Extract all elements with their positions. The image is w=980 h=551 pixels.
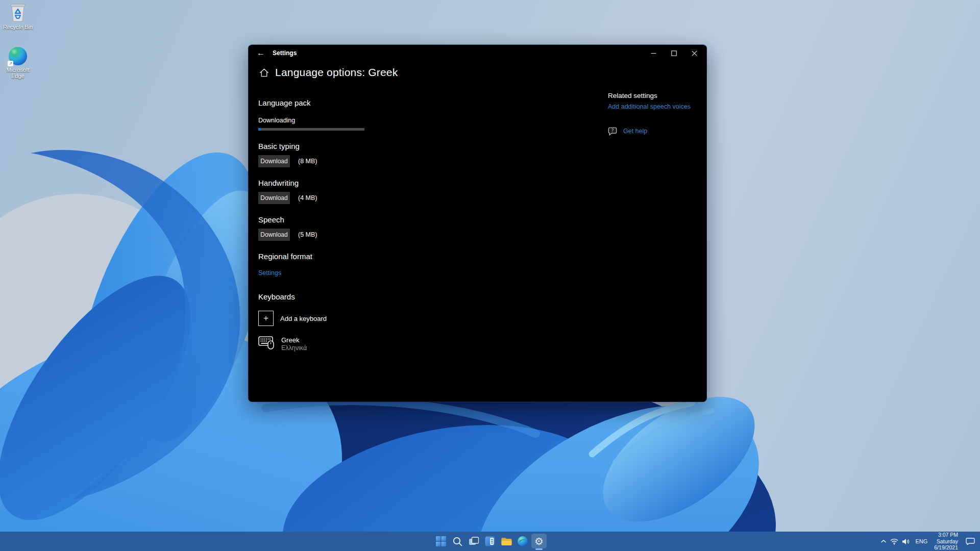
desktop-icon-recycle-bin[interactable]: Recycle Bin xyxy=(1,3,35,31)
start-icon xyxy=(435,536,447,547)
wifi-icon xyxy=(890,538,898,545)
edge-icon xyxy=(517,536,528,547)
keyboards-heading: Keyboards xyxy=(258,292,295,301)
window-titlebar: ← Settings xyxy=(249,45,706,61)
start-button[interactable] xyxy=(433,533,449,550)
notification-bubble-icon xyxy=(966,538,975,545)
basic-typing-row: Download (8 MB) xyxy=(258,155,317,167)
volume-button[interactable] xyxy=(902,538,910,545)
minimize-icon xyxy=(651,51,656,56)
recycle-bin-icon xyxy=(9,3,27,22)
regional-format-heading: Regional format xyxy=(258,252,312,261)
speaker-icon xyxy=(902,538,910,545)
settings-button[interactable]: ⚙ xyxy=(531,533,547,550)
back-arrow-icon: ← xyxy=(257,48,265,58)
search-button[interactable] xyxy=(449,533,465,550)
page-title: Language options: Greek xyxy=(275,66,398,79)
settings-window: ← Settings La xyxy=(248,44,707,402)
close-icon xyxy=(692,51,697,56)
speech-row: Download (5 MB) xyxy=(258,229,317,241)
keyboard-item-greek[interactable]: Greek Ελληνικά xyxy=(258,336,307,352)
chevron-up-icon xyxy=(880,539,887,543)
maximize-icon xyxy=(671,51,677,56)
task-view-icon xyxy=(468,536,479,547)
get-help-row[interactable]: ? Get help xyxy=(608,127,647,136)
window-title: Settings xyxy=(273,49,297,57)
close-button[interactable] xyxy=(684,45,704,61)
notification-center-button[interactable] xyxy=(966,538,975,545)
taskbar-app-icons: ⚙ xyxy=(433,532,547,551)
keyboard-name: Greek xyxy=(281,336,307,344)
edge-button[interactable] xyxy=(514,533,531,550)
back-button[interactable]: ← xyxy=(253,46,269,60)
speech-heading: Speech xyxy=(258,215,284,224)
basic-typing-heading: Basic typing xyxy=(258,142,300,151)
home-icon[interactable] xyxy=(259,67,270,78)
speech-download-button[interactable]: Download xyxy=(258,229,290,241)
active-app-indicator xyxy=(535,548,543,550)
taskbar-clock[interactable]: 3:07 PM Saturday 6/19/2021 xyxy=(934,532,958,550)
language-pack-heading: Language pack xyxy=(258,98,311,107)
plus-icon: + xyxy=(258,311,274,326)
search-icon xyxy=(452,536,463,547)
desktop-icon-label: Microsoft Edge xyxy=(1,67,35,80)
maximize-button[interactable] xyxy=(664,45,684,61)
handwriting-size: (4 MB) xyxy=(298,194,317,202)
file-explorer-button[interactable] xyxy=(498,533,514,550)
desktop: { "colors": { "accent_link": "#2f86d2", … xyxy=(0,0,980,551)
widgets-button[interactable] xyxy=(482,533,498,550)
edge-icon: ↗ xyxy=(9,47,27,65)
download-status-text: Downloading xyxy=(258,117,295,124)
desktop-icon-microsoft-edge[interactable]: ↗ Microsoft Edge xyxy=(1,47,35,80)
show-hidden-icons-button[interactable] xyxy=(880,539,887,543)
system-tray: ENG 3:07 PM Saturday 6/19/2021 xyxy=(880,532,977,551)
widgets-icon xyxy=(484,536,496,547)
settings-icon: ⚙ xyxy=(534,536,544,546)
clock-weekday: Saturday xyxy=(934,538,958,544)
related-settings-heading: Related settings xyxy=(608,92,657,99)
handwriting-row: Download (4 MB) xyxy=(258,192,317,204)
desktop-icon-list: Recycle Bin ↗ Microsoft Edge xyxy=(1,3,35,80)
task-view-button[interactable] xyxy=(465,533,482,550)
taskbar: ⚙ ENG 3:07 PM Sa xyxy=(0,532,980,551)
progress-fill xyxy=(258,128,261,131)
keyboard-native-name: Ελληνικά xyxy=(281,344,307,353)
help-bubble-icon: ? xyxy=(608,127,617,136)
handwriting-heading: Handwriting xyxy=(258,179,299,187)
add-keyboard-button[interactable]: + Add a keyboard xyxy=(258,311,327,326)
desktop-icon-label: Recycle Bin xyxy=(3,24,33,31)
keyboard-icon xyxy=(258,336,276,350)
basic-typing-size: (8 MB) xyxy=(298,158,317,165)
caption-controls xyxy=(643,45,704,61)
minimize-button[interactable] xyxy=(643,45,664,61)
network-button[interactable] xyxy=(890,538,898,545)
speech-size: (5 MB) xyxy=(298,231,317,238)
basic-typing-download-button[interactable]: Download xyxy=(258,155,290,167)
language-pack-progress-bar xyxy=(258,128,364,131)
input-language-indicator[interactable]: ENG xyxy=(915,538,927,544)
shortcut-arrow-icon: ↗ xyxy=(8,61,13,66)
add-speech-voices-link[interactable]: Add additional speech voices xyxy=(608,103,691,110)
file-explorer-icon xyxy=(501,536,512,547)
page-header: Language options: Greek xyxy=(259,66,398,79)
svg-text:?: ? xyxy=(611,128,614,133)
get-help-link: Get help xyxy=(623,128,647,135)
clock-time: 3:07 PM xyxy=(934,532,958,538)
regional-format-settings-link[interactable]: Settings xyxy=(258,269,281,277)
clock-date: 6/19/2021 xyxy=(934,544,958,550)
add-keyboard-label: Add a keyboard xyxy=(280,315,327,322)
handwriting-download-button[interactable]: Download xyxy=(258,192,290,204)
